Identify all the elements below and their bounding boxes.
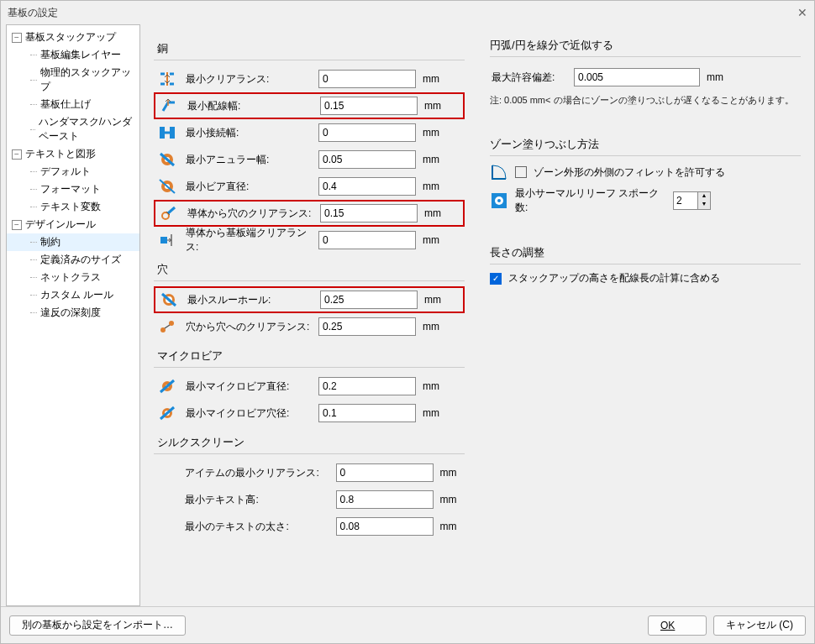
constraint-label: 最小接続幅: bbox=[186, 126, 312, 140]
tree-group-design-rules[interactable]: −デザインルール bbox=[7, 216, 139, 233]
constraint-row: 最小配線幅:mm bbox=[154, 92, 465, 119]
constraint-label: 最小スルーホール: bbox=[187, 293, 313, 307]
length-stackup-checkbox[interactable]: ✓ bbox=[490, 273, 502, 285]
constraint-input[interactable] bbox=[318, 123, 416, 142]
constraint-label: 最小ビア直径: bbox=[186, 180, 312, 194]
collapse-icon[interactable]: − bbox=[12, 33, 22, 43]
constraint-row: 最小スルーホール:mm bbox=[154, 286, 465, 313]
constraint-input[interactable] bbox=[336, 490, 434, 509]
unit-mm: mm bbox=[440, 521, 463, 532]
constraint-label: 穴から穴へのクリアランス: bbox=[186, 320, 312, 334]
constraint-row: 導体から基板端クリアランス:mm bbox=[154, 227, 465, 254]
constraint-icon bbox=[157, 203, 181, 223]
zone-fillet-label: ゾーン外形の外側のフィレットを許可する bbox=[534, 165, 725, 180]
constraint-row: アイテムの最小クリアランス:mm bbox=[154, 459, 465, 486]
arc-title: 円弧/円を線分で近似する bbox=[490, 33, 801, 57]
section-uvia-title: マイクロビア bbox=[154, 340, 465, 368]
constraint-input[interactable] bbox=[320, 97, 418, 115]
constraint-label: 最小マイクロビア穴径: bbox=[186, 406, 312, 421]
close-icon[interactable]: ✕ bbox=[797, 6, 807, 19]
section-copper-title: 銅 bbox=[154, 33, 465, 60]
constraint-icon bbox=[155, 376, 179, 396]
titlebar: 基板の設定 ✕ bbox=[1, 1, 814, 24]
constraint-row: 穴から穴へのクリアランス:mm bbox=[154, 313, 465, 340]
section-hole-title: 穴 bbox=[154, 254, 465, 281]
tree-item-layers[interactable]: 基板編集レイヤー bbox=[7, 46, 139, 64]
constraint-input[interactable] bbox=[320, 291, 418, 309]
constraint-input[interactable] bbox=[336, 517, 434, 536]
length-stackup-label: スタックアップの高さを配線長の計算に含める bbox=[508, 271, 720, 285]
tree-item-physical-stackup[interactable]: 物理的スタックアップ bbox=[7, 64, 139, 96]
constraint-input[interactable] bbox=[318, 317, 416, 336]
svg-rect-7 bbox=[160, 237, 167, 243]
zone-fillet-icon bbox=[490, 163, 508, 181]
tree-item-text-vars[interactable]: テキスト変数 bbox=[7, 198, 139, 216]
unit-mm: mm bbox=[440, 494, 463, 505]
constraint-input[interactable] bbox=[318, 231, 416, 249]
collapse-icon[interactable]: − bbox=[12, 220, 22, 230]
section-silk-title: シルクスクリーン bbox=[154, 427, 465, 454]
cancel-button[interactable]: キャンセル (C) bbox=[713, 615, 806, 636]
constraint-label: 最小マイクロビア直径: bbox=[186, 380, 312, 394]
arc-note: 注: 0.005 mm< の場合にゾーンの塗りつぶしが遅くなることがあります。 bbox=[490, 94, 801, 107]
constraint-icon bbox=[155, 149, 179, 170]
tree-item-violation-severity[interactable]: 違反の深刻度 bbox=[7, 304, 139, 322]
tree-item-constraints[interactable]: 制約 bbox=[7, 233, 139, 251]
constraint-input[interactable] bbox=[336, 463, 434, 482]
constraint-row: 最小マイクロビア穴径:mm bbox=[154, 400, 465, 427]
spin-up-icon[interactable]: ▲ bbox=[698, 192, 710, 201]
collapse-icon[interactable]: − bbox=[12, 149, 22, 160]
import-button[interactable]: 別の基板から設定をインポート… bbox=[9, 615, 186, 636]
constraint-label: 最小のテキストの太さ: bbox=[185, 520, 329, 534]
constraint-icon bbox=[155, 230, 179, 250]
constraint-input[interactable] bbox=[318, 377, 416, 395]
arc-label: 最大許容偏差: bbox=[492, 71, 567, 85]
ok-button[interactable]: OK bbox=[648, 615, 707, 636]
constraint-input[interactable] bbox=[320, 204, 418, 223]
tree-item-netclass[interactable]: ネットクラス bbox=[7, 269, 139, 286]
constraint-label: 導体から穴のクリアランス: bbox=[187, 207, 313, 221]
tree-item-predefined-sizes[interactable]: 定義済みのサイズ bbox=[7, 251, 139, 269]
unit-mm: mm bbox=[423, 154, 446, 165]
constraint-icon bbox=[155, 317, 179, 337]
constraint-icon bbox=[155, 69, 179, 89]
arc-tolerance-input[interactable] bbox=[574, 68, 700, 86]
spin-down-icon[interactable]: ▼ bbox=[698, 201, 710, 209]
thermal-spoke-icon bbox=[490, 191, 508, 210]
window-title: 基板の設定 bbox=[8, 6, 58, 20]
unit-mm: mm bbox=[423, 321, 446, 332]
constraint-row: 最小テキスト高:mm bbox=[154, 486, 465, 513]
constraint-row: 最小マイクロビア直径:mm bbox=[154, 373, 465, 400]
unit-mm: mm bbox=[440, 467, 463, 479]
thermal-label: 最小サーマルリリーフ スポーク数: bbox=[515, 186, 666, 215]
tree-group-stackup[interactable]: −基板スタックアップ bbox=[7, 29, 139, 46]
svg-rect-1 bbox=[170, 127, 175, 139]
unit-mm: mm bbox=[423, 73, 446, 85]
thermal-spoke-input[interactable] bbox=[673, 191, 698, 210]
length-title: 長さの調整 bbox=[490, 240, 801, 264]
constraint-row: 最小アニュラー幅:mm bbox=[154, 146, 465, 173]
constraint-icon bbox=[155, 123, 179, 143]
constraint-input[interactable] bbox=[318, 70, 416, 88]
constraint-label: 最小配線幅: bbox=[187, 99, 313, 113]
tree-item-finish[interactable]: 基板仕上げ bbox=[7, 96, 139, 113]
unit-mm: mm bbox=[423, 380, 446, 392]
unit-mm: mm bbox=[707, 71, 730, 83]
tree-item-default[interactable]: デフォルト bbox=[7, 163, 139, 181]
constraint-row: 最小ビア直径:mm bbox=[154, 173, 465, 200]
constraint-icon bbox=[155, 176, 179, 196]
tree-item-custom-rules[interactable]: カスタム ルール bbox=[7, 286, 139, 304]
constraint-input[interactable] bbox=[318, 404, 416, 422]
svg-point-18 bbox=[497, 199, 501, 202]
tree-item-mask-paste[interactable]: ハンダマスク/ハンダペースト bbox=[7, 113, 139, 145]
constraint-icon bbox=[157, 96, 181, 116]
nav-tree: −基板スタックアップ 基板編集レイヤー 物理的スタックアップ 基板仕上げ ハンダ… bbox=[6, 24, 140, 606]
constraint-input[interactable] bbox=[318, 150, 416, 169]
constraint-row: 最小のテキストの太さ:mm bbox=[154, 513, 465, 540]
zone-fillet-checkbox[interactable] bbox=[515, 166, 527, 178]
tree-group-text[interactable]: −テキストと図形 bbox=[7, 145, 139, 163]
constraint-label: アイテムの最小クリアランス: bbox=[185, 466, 329, 480]
unit-mm: mm bbox=[423, 181, 446, 192]
tree-item-format[interactable]: フォーマット bbox=[7, 181, 139, 198]
constraint-input[interactable] bbox=[318, 177, 416, 196]
